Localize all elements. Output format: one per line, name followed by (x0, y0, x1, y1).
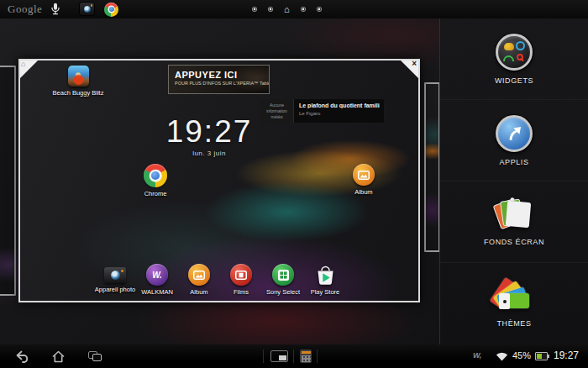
customization-sidebar: WIDGETS APPLIS FONDS ÉCRAN (439, 18, 588, 344)
wifi-icon (496, 351, 508, 361)
divider (317, 350, 318, 363)
widget-clock-mini-icon (516, 41, 525, 50)
microphone-icon (50, 3, 60, 16)
play-store-icon (316, 264, 335, 286)
walkman-status-icon: W, (473, 351, 481, 360)
wallpapers-icon (494, 198, 534, 232)
camera-shortcut-icon[interactable] (80, 3, 94, 15)
google-search-button[interactable]: Google (8, 3, 42, 16)
album-icon (353, 164, 375, 186)
app-label: Appareil photo (95, 286, 135, 293)
photo-glyph (193, 271, 205, 280)
photo-glyph (358, 171, 370, 180)
app-chrome[interactable]: Chrome (132, 164, 179, 197)
divider (293, 350, 294, 363)
films-icon (230, 264, 252, 286)
app-walkman[interactable]: W. WALKMAN (136, 264, 178, 296)
divider (263, 350, 264, 363)
back-icon (16, 350, 30, 363)
sidebar-item-applis[interactable]: APPLIS (440, 100, 588, 181)
system-navigation-bar: W, 45% 19:27 (0, 344, 588, 368)
camera-icon (104, 267, 126, 283)
clock-date: lun. 3 juin (155, 150, 264, 157)
clock-widget[interactable]: 19:27 lun. 3 juin (155, 116, 264, 157)
sidebar-item-label: THÈMES (496, 319, 531, 328)
walkman-icon: W. (146, 264, 168, 286)
film-glyph (235, 271, 247, 280)
app-album-dock[interactable]: Album (178, 264, 220, 296)
app-label: Play Store (311, 288, 340, 296)
home-button[interactable] (44, 344, 72, 368)
recents-button[interactable] (81, 344, 109, 368)
app-label: Album (190, 288, 207, 296)
previous-page-preview[interactable] (0, 66, 16, 296)
status-clock: 19:27 (554, 350, 579, 361)
tablet-screen: Google ⌂ Beach Buggy Blit (0, 0, 588, 368)
news-panel: Le plafond du quotient familial sera ab.… (294, 99, 384, 123)
photo-card-front (506, 200, 532, 227)
battery-icon (535, 352, 548, 360)
widget-search-mini-icon (517, 54, 523, 60)
top-search-bar: Google ⌂ (0, 0, 588, 18)
app-label: Films (234, 288, 249, 296)
app-play-store[interactable]: Play Store (304, 264, 346, 296)
dock-row: Appareil photo W. WALKMAN (94, 264, 346, 296)
app-label: Chrome (144, 190, 167, 197)
grid-glyph (278, 270, 289, 281)
news-headline: Le plafond du quotient familial sera ab.… (299, 103, 380, 108)
beach-buggy-blitz-icon (68, 66, 89, 87)
app-films[interactable]: Films (220, 264, 262, 296)
wallpaper: Beach Buggy Blitz APPUYEZ ICI POUR PLUS … (20, 60, 418, 301)
voice-search-icon[interactable] (50, 3, 62, 16)
page-dot-4[interactable] (301, 7, 306, 12)
sidebar-item-label: APPLIS (499, 158, 528, 166)
page-home-icon[interactable]: ⌂ (284, 1, 290, 18)
wifi-glyph (496, 351, 508, 361)
widgets-icon (496, 34, 533, 71)
home-editor-area: Beach Buggy Blitz APPUYEZ ICI POUR PLUS … (0, 18, 439, 344)
page-dot-1[interactable] (252, 7, 257, 12)
home-badge-icon: ⌂ (21, 60, 25, 68)
album-icon (188, 264, 210, 286)
app-album[interactable]: Album (340, 164, 387, 196)
ad-subtitle: POUR PLUS D'INFOS SUR L'XPERIA™ Tablet Z (175, 81, 269, 86)
weather-status-text: Aucune information météo (263, 103, 291, 120)
walkman-glyph: W. (152, 271, 161, 280)
clock-time: 19:27 (155, 116, 264, 147)
page-dot-5[interactable] (317, 7, 322, 12)
sidebar-item-label: WIDGETS (495, 76, 533, 85)
news-source: Le Figaro (299, 111, 380, 116)
recents-icon (88, 351, 102, 362)
swatch-chip (499, 293, 510, 309)
app-beach-buggy-blitz[interactable]: Beach Buggy Blitz (55, 66, 102, 97)
battery-percent-text: 45% (512, 350, 531, 360)
next-page-preview[interactable] (424, 82, 439, 252)
app-label: WALKMAN (141, 288, 173, 296)
app-appareil-photo[interactable]: Appareil photo (94, 264, 136, 296)
sony-select-icon (272, 264, 294, 286)
sidebar-item-themes[interactable]: THÈMES (440, 263, 588, 344)
ad-title: APPUYEZ ICI (175, 70, 269, 80)
page-dot-2[interactable] (268, 7, 273, 12)
small-apps-window-icon[interactable] (270, 350, 288, 362)
xperia-ad-banner[interactable]: APPUYEZ ICI POUR PLUS D'INFOS SUR L'XPER… (168, 65, 270, 94)
app-sony-select[interactable]: Sony Select (262, 264, 304, 296)
widget-gauge-mini-icon (503, 55, 514, 61)
app-label: Album (354, 188, 372, 196)
sidebar-item-label: FONDS ÉCRAN (484, 238, 544, 246)
news-widget[interactable]: Aucune information météo Le plafond du q… (260, 99, 384, 123)
sidebar-item-fonds-ecran[interactable]: FONDS ÉCRAN (440, 181, 588, 263)
sidebar-item-widgets[interactable]: WIDGETS (440, 18, 588, 100)
home-icon (51, 350, 66, 363)
chrome-shortcut-icon[interactable] (104, 3, 118, 17)
widget-weather-mini-icon (504, 43, 514, 50)
app-label: Beach Buggy Blitz (53, 89, 104, 97)
weather-panel: Aucune information météo (260, 99, 294, 123)
chrome-icon (144, 164, 167, 187)
themes-icon (494, 280, 534, 313)
app-label: Sony Select (266, 288, 300, 296)
small-apps-calculator-icon[interactable] (300, 350, 312, 363)
arrow-up-right-icon (504, 124, 524, 144)
back-button[interactable] (8, 344, 37, 368)
home-screen-preview[interactable]: Beach Buggy Blitz APPUYEZ ICI POUR PLUS … (18, 59, 420, 302)
